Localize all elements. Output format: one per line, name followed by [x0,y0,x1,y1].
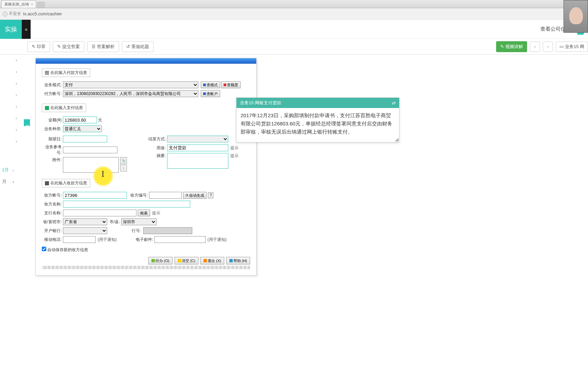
new-tab-button[interactable] [37,2,45,8]
money-icon [45,106,49,110]
browser-tab-bar: 真账实操_出纳 × [0,0,588,8]
view-mode-button[interactable]: 查模式 [201,81,220,88]
webcam-face [569,7,583,24]
close-tab-icon[interactable]: × [31,2,33,6]
tab-title: 真账实操_出纳 [4,2,29,7]
browser-tab[interactable]: 真账实操_出纳 × [1,0,36,8]
folder-icon: ▭ [559,44,564,49]
clear-button[interactable]: 清空 (C) [175,257,198,264]
help-icon[interactable]: ? [208,192,213,198]
bank-code-input [143,227,192,234]
app-logo-badge[interactable]: 实操 [0,20,22,39]
undo-icon: ↺ [126,44,130,49]
form-footer-buttons: 经办 (O) 清空 (C) 退出 (X) 帮助 (H) [42,257,250,264]
sidebar-item[interactable]: › [0,124,22,136]
broom-icon [178,259,181,262]
attach-textarea[interactable] [63,157,119,173]
summary-textarea[interactable] [167,153,228,169]
purpose-label: 用途: [146,145,166,151]
submit-answer-button[interactable]: ✎提交答案 [53,41,84,52]
prev-button[interactable]: ‹ [530,42,540,52]
sidebar-month-12[interactable]: 2月 › [0,164,20,176]
answer-analysis-button[interactable]: ☰答案解析 [87,41,119,52]
webcam-overlay [564,0,588,33]
city-select[interactable]: 深圳市 [121,218,157,225]
amount-input[interactable] [63,117,97,123]
sidebar-item[interactable]: › [0,66,22,78]
attach-remove-button[interactable]: ↕ [120,165,127,171]
pencil-icon: ✎ [500,44,504,49]
help-button[interactable]: 帮助 (H) [226,257,250,264]
refresh-icon: ⟳ [185,193,189,198]
task-breadcrumb[interactable]: ▭ 业务15 网 [556,42,588,52]
attach-add-button[interactable]: 📎 [120,157,127,164]
email-input[interactable] [154,236,206,243]
branch-input[interactable] [63,210,136,216]
biz-type-select[interactable]: 普通汇兑 [63,125,102,132]
auto-save-checkbox-label[interactable]: 自动保存新的收方信息 [42,247,88,252]
app-header: 实操 « 查看公司信息 [0,20,588,39]
swap-icon[interactable]: ⇄ [392,101,396,106]
sidebar-month-other[interactable]: 月 › [0,176,20,187]
sidebar-item[interactable]: › [0,78,22,89]
biz-mode-label: 业务模式: [42,82,62,88]
city-label: 市/县: [110,219,120,225]
sidebar-item[interactable]: › [0,136,22,147]
view-acct-button[interactable]: 查帐户 [201,90,220,97]
ok-icon [151,259,155,262]
sidebar-item[interactable]: › [0,89,22,101]
payment-form-panel: 在此输入付款方信息 业务模式: 支付 查模式 查额度 付方帐号: 深圳，1306… [35,58,257,276]
hint-text: 提示 [152,210,160,216]
recv-acct-input[interactable] [63,192,127,199]
sidebar-item[interactable]: › [0,55,22,66]
mobile-input[interactable] [63,236,96,243]
notify-hint: (用于通知) [98,237,117,243]
recv-no-input[interactable] [149,192,182,199]
hint-text: 提示 [230,153,239,159]
task-card-header[interactable]: 业务15 网银支付货款 ⇄ [236,98,399,108]
switch-document-tab[interactable]: 切换单据 [24,119,30,126]
province-select[interactable]: 广东省 [63,218,107,225]
form-icon [45,71,49,75]
section-payment-legend: 在此输入支付信息 [42,104,86,112]
bank-select[interactable] [63,227,107,234]
amount-unit: 元 [98,117,102,123]
notify-hint: (用于通知) [208,237,227,243]
stamp-button[interactable]: ✎印章 [27,41,50,52]
biz-ref-label: 业务参考号: [42,144,62,156]
collapse-sidebar-button[interactable]: « [22,20,31,39]
video-explain-button[interactable]: ✎视频讲解 [496,41,527,52]
auto-gen-button[interactable]: ⟳自动生成 [183,192,207,199]
edit-icon: ✎ [57,44,61,49]
flag-icon [224,83,226,86]
recv-name-input[interactable] [63,201,190,208]
process-button[interactable]: 经办 (O) [148,257,173,264]
sidebar-item[interactable]: › [0,112,22,124]
resize-grip[interactable] [395,138,398,141]
sidebar-item[interactable]: › [0,101,22,112]
email-label: 电子邮件: [136,237,153,243]
redo-button[interactable]: ↺重做此题 [122,41,153,52]
settle-select[interactable] [167,136,228,142]
address-bar: i 不安全 lx.acc5.com/cashier [0,8,588,20]
sidebar: › › › › › › › › 2月 › 月 › [0,55,22,187]
bank-label: 开户银行: [42,228,62,234]
security-status[interactable]: i 不安全 [3,11,21,17]
header-left: 实操 « [0,20,31,39]
biz-mode-select[interactable]: 支付 [63,81,198,88]
auto-save-row: 自动保存新的收方信息 [42,247,250,253]
auto-save-checkbox[interactable] [42,247,46,251]
attach-label: 附件: [42,157,62,163]
toolbar: ✎印章 ✎提交答案 ☰答案解析 ↺重做此题 ✎视频讲解 ‹ › ▭ 业务15 网 [0,39,588,55]
url-text[interactable]: lx.acc5.com/cashier [23,11,62,16]
exit-button[interactable]: 退出 (X) [200,257,224,264]
arrow-icon [45,181,49,185]
purpose-input[interactable] [167,144,228,151]
payer-acct-select[interactable]: 深圳，13060209302230292，人民币，深圳市金马商贸有限公司 [63,90,198,97]
exit-icon [203,259,207,262]
expect-date-input[interactable] [63,136,107,142]
view-quota-button[interactable]: 查额度 [221,81,241,88]
biz-ref-input[interactable] [63,147,117,153]
search-branch-button[interactable]: 检索 [138,210,150,216]
next-button[interactable]: › [543,42,553,52]
